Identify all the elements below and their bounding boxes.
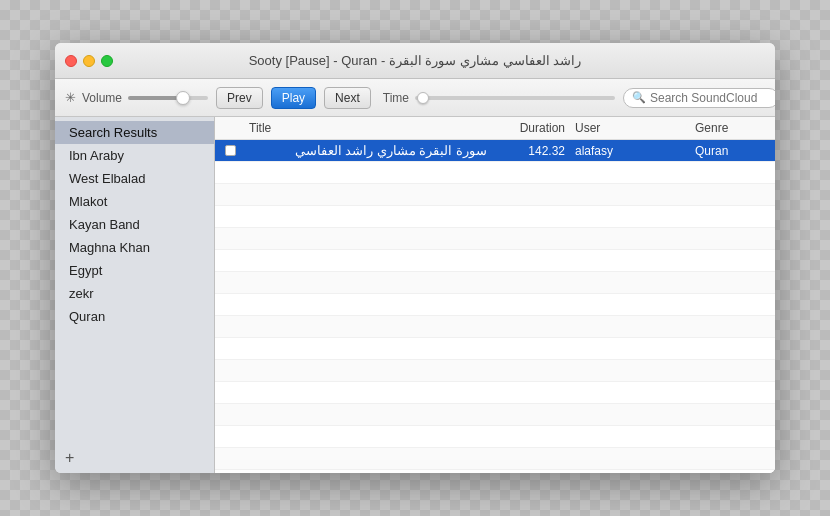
empty-row <box>215 338 775 360</box>
play-button[interactable]: Play <box>271 87 316 109</box>
main-window: Sooty [Pause] - Quran - راشد العفاسي مشا… <box>55 43 775 473</box>
track-user: alafasy <box>575 144 695 158</box>
sidebar-item-zekr[interactable]: zekr <box>55 282 214 305</box>
sidebar-item-quran[interactable]: Quran <box>55 305 214 328</box>
content-area: Search Results Ibn Araby West Elbalad Ml… <box>55 117 775 473</box>
empty-row <box>215 404 775 426</box>
track-duration: 142.32 <box>495 144 575 158</box>
volume-slider[interactable] <box>128 96 208 100</box>
volume-label: Volume <box>82 91 122 105</box>
sidebar-item-mlakot[interactable]: Mlakot <box>55 190 214 213</box>
time-label: Time <box>383 91 409 105</box>
track-checkbox[interactable] <box>215 145 245 156</box>
sidebar: Search Results Ibn Araby West Elbalad Ml… <box>55 117 215 473</box>
sidebar-item-west-elbalad[interactable]: West Elbalad <box>55 167 214 190</box>
prev-button[interactable]: Prev <box>216 87 263 109</box>
time-section: Time <box>383 91 615 105</box>
sidebar-item-egypt[interactable]: Egypt <box>55 259 214 282</box>
empty-row <box>215 426 775 448</box>
minimize-button[interactable] <box>83 55 95 67</box>
sidebar-item-search-results[interactable]: Search Results <box>55 121 214 144</box>
empty-row <box>215 184 775 206</box>
time-thumb[interactable] <box>417 92 429 104</box>
header-checkbox-col <box>215 121 245 135</box>
empty-row <box>215 162 775 184</box>
empty-row <box>215 250 775 272</box>
toolbar: ✳ Volume Prev Play Next Time 🔍 <box>55 79 775 117</box>
next-button[interactable]: Next <box>324 87 371 109</box>
sidebar-item-maghna-khan[interactable]: Maghna Khan <box>55 236 214 259</box>
checkbox-box[interactable] <box>225 145 236 156</box>
sidebar-item-kayan-band[interactable]: Kayan Band <box>55 213 214 236</box>
window-title: Sooty [Pause] - Quran - راشد العفاسي مشا… <box>249 53 582 68</box>
traffic-lights <box>65 55 113 67</box>
track-row[interactable]: سورة البقرة مشاري راشد العفاسي 142.32 al… <box>215 140 775 162</box>
time-slider[interactable] <box>415 96 615 100</box>
track-genre: Quran <box>695 144 775 158</box>
volume-thumb[interactable] <box>176 91 190 105</box>
empty-row <box>215 206 775 228</box>
search-box[interactable]: 🔍 <box>623 88 775 108</box>
header-user: User <box>575 121 695 135</box>
header-genre: Genre <box>695 121 775 135</box>
header-title: Title <box>245 121 495 135</box>
header-duration: Duration <box>495 121 575 135</box>
close-button[interactable] <box>65 55 77 67</box>
empty-row <box>215 272 775 294</box>
empty-row <box>215 448 775 470</box>
titlebar: Sooty [Pause] - Quran - راشد العفاسي مشا… <box>55 43 775 79</box>
empty-rows <box>215 162 775 473</box>
tracklist: Title Duration User Genre سورة البقرة مش… <box>215 117 775 473</box>
track-title: سورة البقرة مشاري راشد العفاسي <box>245 143 495 158</box>
search-icon: 🔍 <box>632 91 646 104</box>
search-input[interactable] <box>650 91 770 105</box>
empty-row <box>215 294 775 316</box>
add-playlist-button[interactable]: + <box>55 443 214 473</box>
empty-row <box>215 316 775 338</box>
volume-section: ✳ Volume <box>65 90 208 105</box>
maximize-button[interactable] <box>101 55 113 67</box>
tracklist-header: Title Duration User Genre <box>215 117 775 140</box>
empty-row <box>215 382 775 404</box>
sidebar-item-ibn-araby[interactable]: Ibn Araby <box>55 144 214 167</box>
empty-row <box>215 360 775 382</box>
volume-icon: ✳ <box>65 90 76 105</box>
empty-row <box>215 228 775 250</box>
